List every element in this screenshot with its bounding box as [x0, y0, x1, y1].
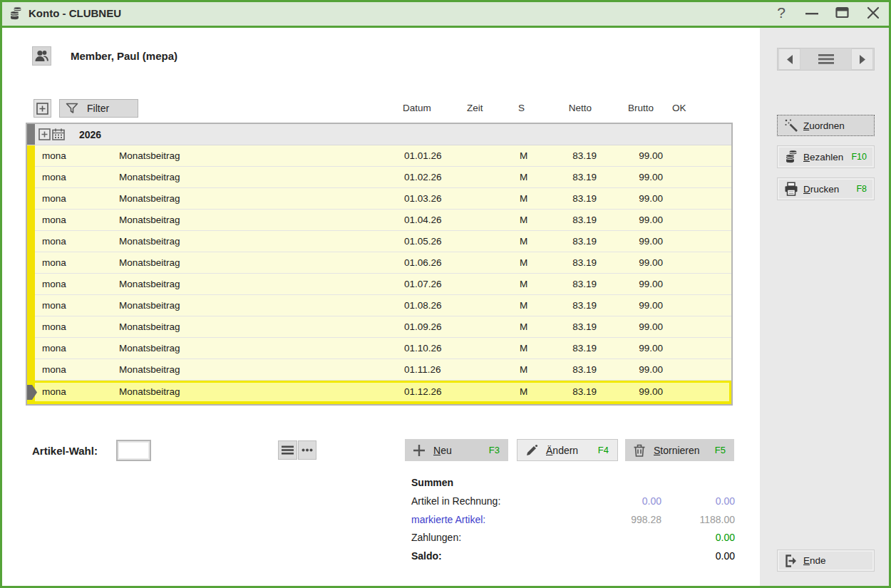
table-row[interactable]: mona Monatsbeitrag 01.06.26 M 83.19 99.0… [27, 252, 731, 274]
stornieren-button[interactable]: Stornieren F5 [625, 439, 734, 461]
cell-name: Monatsbeitrag [119, 193, 180, 204]
table-row[interactable]: mona Monatsbeitrag 01.02.26 M 83.19 99.0… [27, 167, 731, 188]
table-row[interactable]: mona Monatsbeitrag 01.10.26 M 83.19 99.0… [27, 338, 731, 359]
cell-brutto: 99.00 [613, 150, 663, 161]
aendern-button[interactable]: Ändern F4 [517, 439, 618, 461]
table-row[interactable]: mona Monatsbeitrag 01.11.26 M 83.19 99.0… [27, 359, 731, 381]
cell-code: mona [42, 215, 66, 225]
column-header-zeit[interactable]: Zeit [467, 103, 483, 113]
group-row-2026[interactable]: 2026 [27, 124, 731, 145]
artikel-list-button[interactable] [278, 440, 297, 460]
artikel-wahl-input[interactable] [116, 440, 151, 461]
ende-label: Ende [803, 555, 826, 566]
cell-s: M [520, 321, 527, 332]
column-header-ok[interactable]: OK [672, 103, 686, 113]
summen-title: Summen [411, 477, 453, 488]
coins-icon [783, 149, 799, 165]
cell-datum: 01.12.26 [404, 386, 442, 397]
maximize-button[interactable] [835, 5, 850, 21]
cell-netto: 83.19 [547, 343, 597, 354]
table-row[interactable]: mona Monatsbeitrag 01.08.26 M 83.19 99.0… [27, 295, 731, 316]
table-row[interactable]: mona Monatsbeitrag 01.01.26 M 83.19 99.0… [27, 145, 731, 167]
column-header-datum[interactable]: Datum [403, 103, 431, 113]
column-header-s[interactable]: S [518, 103, 525, 113]
cell-code: mona [42, 236, 66, 247]
table-row[interactable]: mona Monatsbeitrag 01.05.26 M 83.19 99.0… [27, 231, 731, 252]
help-button[interactable]: ? [774, 5, 788, 21]
saldo-label: Saldo: [411, 550, 590, 562]
table-row[interactable]: mona Monatsbeitrag 01.12.26 M 83.19 99.0… [27, 381, 731, 404]
cell-datum: 01.06.26 [404, 257, 442, 268]
drucken-fkey: F8 [856, 184, 867, 194]
cell-netto: 83.19 [547, 321, 597, 332]
cell-brutto: 99.00 [613, 215, 663, 225]
member-icon [32, 46, 51, 66]
close-button[interactable] [866, 5, 880, 21]
expand-group-icon[interactable] [38, 128, 51, 143]
cell-s: M [520, 300, 527, 311]
nav-menu-icon[interactable] [818, 53, 834, 65]
cell-brutto: 99.00 [613, 279, 663, 289]
artikel-more-button[interactable] [298, 440, 316, 460]
ende-button[interactable]: Ende [777, 550, 875, 572]
aendern-fkey: F4 [598, 445, 609, 455]
group-row-gutter [27, 124, 35, 145]
neu-label: Neu [433, 445, 452, 456]
cell-netto: 83.19 [547, 215, 597, 225]
cell-name: Monatsbeitrag [119, 321, 180, 332]
cell-name: Monatsbeitrag [119, 343, 180, 354]
cell-name: Monatsbeitrag [119, 279, 180, 289]
bezahlen-fkey: F10 [851, 152, 867, 162]
cell-netto: 83.19 [547, 386, 597, 397]
plus-icon [412, 444, 426, 457]
markierte-artikel-label[interactable]: markierte Artikel: [411, 514, 590, 525]
calendar-icon[interactable] [52, 128, 65, 143]
cell-name: Monatsbeitrag [119, 172, 180, 182]
cell-brutto: 99.00 [613, 343, 663, 354]
cell-code: mona [42, 343, 66, 354]
stornieren-fkey: F5 [715, 445, 726, 455]
zahlungen-value: 0.00 [661, 532, 735, 543]
nav-previous-button[interactable] [778, 48, 800, 70]
column-header-brutto[interactable]: Brutto [604, 103, 654, 113]
row-gutter [27, 210, 35, 231]
cell-datum: 01.04.26 [404, 215, 442, 225]
bezahlen-button[interactable]: Bezahlen F10 [777, 145, 875, 168]
row-gutter [27, 274, 35, 295]
cell-s: M [520, 172, 527, 182]
cell-datum: 01.02.26 [404, 172, 442, 182]
cell-netto: 83.19 [547, 172, 597, 182]
nav-next-button[interactable] [851, 48, 873, 70]
minimize-button[interactable] [805, 5, 819, 21]
bezahlen-label: Bezahlen [803, 152, 843, 163]
drucken-button[interactable]: Drucken F8 [777, 177, 875, 200]
table-row[interactable]: mona Monatsbeitrag 01.03.26 M 83.19 99.0… [27, 188, 731, 210]
cell-name: Monatsbeitrag [119, 150, 180, 161]
markierte-artikel-brutto: 1188.00 [661, 514, 735, 525]
filter-button[interactable]: Filter [59, 99, 138, 118]
aendern-label: Ändern [546, 445, 578, 456]
cell-datum: 01.05.26 [404, 236, 442, 247]
column-header-netto[interactable]: Netto [542, 103, 592, 113]
cell-code: mona [42, 386, 66, 397]
title-bar: Konto - CLUBNEU ? [0, 0, 891, 28]
cell-s: M [520, 215, 527, 225]
table-row[interactable]: mona Monatsbeitrag 01.09.26 M 83.19 99.0… [27, 316, 731, 338]
cell-brutto: 99.00 [613, 300, 663, 311]
table-row[interactable]: mona Monatsbeitrag 01.07.26 M 83.19 99.0… [27, 274, 731, 295]
expand-all-button[interactable] [34, 99, 51, 118]
cell-netto: 83.19 [547, 150, 597, 161]
account-table: 2026 mona Monatsbeitrag 01.01.26 M 83.19… [26, 123, 733, 406]
record-navigator [777, 48, 875, 71]
cell-brutto: 99.00 [613, 236, 663, 247]
zuordnen-button[interactable]: Zuordnen [777, 115, 875, 136]
magic-wand-icon [783, 118, 799, 133]
row-gutter [27, 252, 35, 274]
table-row[interactable]: mona Monatsbeitrag 01.04.26 M 83.19 99.0… [27, 210, 731, 231]
neu-button[interactable]: Neu F3 [405, 439, 508, 461]
cell-code: mona [42, 257, 66, 268]
cell-datum: 01.01.26 [404, 150, 442, 161]
cell-datum: 01.11.26 [404, 364, 441, 375]
right-sidebar: Zuordnen Bezahlen F10 Drucken F8 Ende [760, 28, 889, 586]
row-gutter [27, 316, 35, 338]
